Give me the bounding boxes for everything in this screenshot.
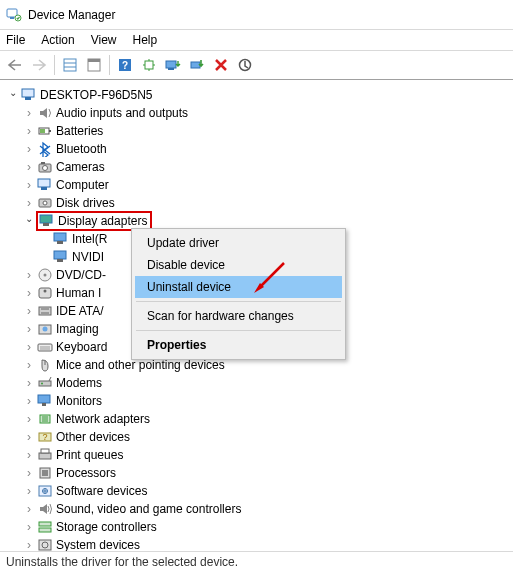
svg-rect-12 xyxy=(168,68,174,70)
menu-file[interactable]: File xyxy=(6,33,25,47)
update-driver-button[interactable] xyxy=(162,54,184,76)
tree-item-printq[interactable]: Print queues xyxy=(6,446,513,464)
expand-arrow[interactable] xyxy=(22,428,36,446)
expand-arrow[interactable] xyxy=(22,212,36,230)
tree-item-diskdrives[interactable]: Disk drives xyxy=(6,194,513,212)
ctx-disable-device[interactable]: Disable device xyxy=(135,254,342,276)
svg-rect-23 xyxy=(38,179,50,187)
window-title: Device Manager xyxy=(28,8,115,22)
expand-arrow[interactable] xyxy=(22,374,36,392)
svg-rect-50 xyxy=(42,403,46,406)
hid-icon xyxy=(36,285,54,301)
expand-arrow[interactable] xyxy=(22,500,36,518)
expand-arrow[interactable] xyxy=(22,104,36,122)
svg-rect-32 xyxy=(57,259,63,262)
svg-rect-28 xyxy=(43,223,49,226)
help-button[interactable]: ? xyxy=(114,54,136,76)
expand-arrow[interactable] xyxy=(22,536,36,551)
tree-item-computer[interactable]: Computer xyxy=(6,176,513,194)
forward-button[interactable] xyxy=(28,54,50,76)
expand-arrow[interactable] xyxy=(22,284,36,302)
svg-point-47 xyxy=(41,383,43,385)
expand-arrow[interactable] xyxy=(22,392,36,410)
status-text: Uninstalls the driver for the selected d… xyxy=(6,555,238,569)
svg-point-26 xyxy=(43,201,47,205)
ctx-scan-hardware[interactable]: Scan for hardware changes xyxy=(135,305,342,327)
tree-item-cameras[interactable]: Cameras xyxy=(6,158,513,176)
expand-arrow[interactable] xyxy=(22,446,36,464)
tree-item-monitors[interactable]: Monitors xyxy=(6,392,513,410)
expand-arrow[interactable] xyxy=(22,302,36,320)
expand-arrow[interactable] xyxy=(22,320,36,338)
tree-item-label: Storage controllers xyxy=(56,518,157,536)
ctx-properties[interactable]: Properties xyxy=(135,334,342,356)
svg-rect-24 xyxy=(41,187,47,190)
app-icon xyxy=(6,7,22,23)
tree-item-sysdev[interactable]: System devices xyxy=(6,536,513,551)
tree-item-label: Network adapters xyxy=(56,410,150,428)
computer-icon xyxy=(20,87,38,103)
storage-icon xyxy=(36,519,54,535)
expand-arrow[interactable] xyxy=(22,518,36,536)
svg-text:?: ? xyxy=(42,432,47,442)
tree-item-label: Keyboard xyxy=(56,338,107,356)
tree-item-label: Bluetooth xyxy=(56,140,107,158)
svg-rect-29 xyxy=(54,233,66,241)
tree-item-modems[interactable]: Modems xyxy=(6,374,513,392)
expand-arrow[interactable] xyxy=(22,410,36,428)
batteries-icon xyxy=(36,123,54,139)
tree-item-batteries[interactable]: Batteries xyxy=(6,122,513,140)
tree-item-label: System devices xyxy=(56,536,140,551)
expand-arrow[interactable] xyxy=(22,140,36,158)
tree-item-audio[interactable]: Audio inputs and outputs xyxy=(6,104,513,122)
tree-item-sound[interactable]: Sound, video and game controllers xyxy=(6,500,513,518)
ctx-uninstall-device[interactable]: Uninstall device xyxy=(135,276,342,298)
tree-item-label: IDE ATA/ xyxy=(56,302,104,320)
svg-rect-37 xyxy=(39,307,51,315)
expand-arrow[interactable] xyxy=(22,158,36,176)
expand-arrow[interactable] xyxy=(22,266,36,284)
disable-button[interactable] xyxy=(234,54,256,76)
netadapters-icon xyxy=(36,411,54,427)
scan-button[interactable] xyxy=(138,54,160,76)
tree-item-softdev[interactable]: Software devices xyxy=(6,482,513,500)
expand-arrow[interactable] xyxy=(22,176,36,194)
ctx-update-driver[interactable]: Update driver xyxy=(135,232,342,254)
svg-rect-16 xyxy=(25,97,31,100)
menu-view[interactable]: View xyxy=(91,33,117,47)
svg-rect-3 xyxy=(64,59,76,71)
svg-rect-31 xyxy=(54,251,66,259)
sysdev-icon xyxy=(36,537,54,551)
menu-bar: File Action View Help xyxy=(0,30,513,50)
ide-icon xyxy=(36,303,54,319)
properties-button[interactable] xyxy=(83,54,105,76)
tree-item-bluetooth[interactable]: Bluetooth xyxy=(6,140,513,158)
printq-icon xyxy=(36,447,54,463)
tree-item-label: Disk drives xyxy=(56,194,115,212)
svg-rect-18 xyxy=(49,130,51,132)
toolbar: ? xyxy=(0,50,513,80)
tree-item-processors[interactable]: Processors xyxy=(6,464,513,482)
expand-arrow[interactable] xyxy=(22,482,36,500)
expand-arrow[interactable] xyxy=(22,464,36,482)
enable-button[interactable] xyxy=(186,54,208,76)
menu-action[interactable]: Action xyxy=(41,33,74,47)
tree-item-storage[interactable]: Storage controllers xyxy=(6,518,513,536)
tree-item-other[interactable]: ?Other devices xyxy=(6,428,513,446)
expand-arrow[interactable] xyxy=(22,122,36,140)
svg-rect-19 xyxy=(40,129,45,133)
show-hide-tree-button[interactable] xyxy=(59,54,81,76)
tree-root[interactable]: DESKTOP-F96D5N5 xyxy=(6,86,513,104)
tree-item-label: Monitors xyxy=(56,392,102,410)
back-button[interactable] xyxy=(4,54,26,76)
expand-arrow[interactable] xyxy=(22,338,36,356)
tree-item-label: Imaging xyxy=(56,320,99,338)
expand-arrow[interactable] xyxy=(22,356,36,374)
display-adapter-icon xyxy=(52,249,70,265)
menu-help[interactable]: Help xyxy=(133,33,158,47)
tree-item-netadapters[interactable]: Network adapters xyxy=(6,410,513,428)
dvd-icon xyxy=(36,267,54,283)
uninstall-button[interactable] xyxy=(210,54,232,76)
display-adapter-icon xyxy=(52,231,70,247)
svg-rect-27 xyxy=(40,215,52,223)
